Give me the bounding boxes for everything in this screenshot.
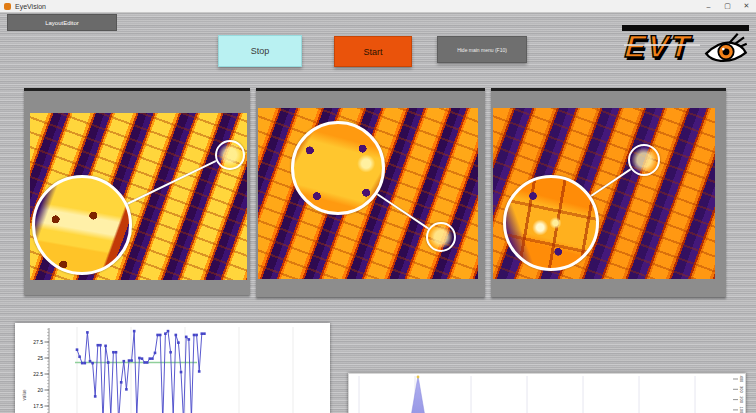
evt-logo-text: EVT xyxy=(624,29,693,65)
minimize-button[interactable]: – xyxy=(699,0,718,12)
value-line-chart: 27.52522.52017.5value xyxy=(15,323,330,413)
histogram-chart: 400300200100 xyxy=(349,374,745,413)
svg-text:27.5: 27.5 xyxy=(33,339,43,345)
stop-button[interactable]: Stop xyxy=(218,35,302,67)
camera-panel-1 xyxy=(24,88,250,295)
hide-main-menu-button[interactable]: Hide main menu (F10) xyxy=(437,36,527,63)
thermal-image-3[interactable] xyxy=(493,108,715,279)
magnifier-annotation-small xyxy=(628,144,660,176)
layout-editor-button[interactable]: LayoutEditor xyxy=(7,14,117,31)
magnifier-annotation-large xyxy=(32,175,132,275)
magnifier-annotation-small xyxy=(215,140,245,170)
eyevision-window: { "window": { "title": "EyeVision", "con… xyxy=(0,0,756,413)
svg-text:17.5: 17.5 xyxy=(33,403,43,409)
svg-text:100: 100 xyxy=(739,407,744,413)
logo-strike-line xyxy=(624,44,700,46)
thermal-image-2[interactable] xyxy=(258,108,478,279)
svg-text:value: value xyxy=(22,389,27,400)
thermal-image-1[interactable] xyxy=(30,113,247,280)
camera-panel-2 xyxy=(256,88,485,297)
svg-text:25: 25 xyxy=(37,355,43,361)
magnifier-annotation-large xyxy=(503,175,599,271)
window-title: EyeVision xyxy=(15,3,46,10)
evt-logo: EVT xyxy=(622,25,749,68)
eye-icon xyxy=(703,32,749,68)
magnifier-annotation-large xyxy=(291,121,385,215)
svg-text:20: 20 xyxy=(37,387,43,393)
window-controls: – ▢ ✕ xyxy=(699,0,756,12)
svg-text:22.5: 22.5 xyxy=(33,371,43,377)
svg-text:200: 200 xyxy=(739,396,744,403)
maximize-button[interactable]: ▢ xyxy=(718,0,737,12)
histogram-chart-panel: 400300200100 xyxy=(348,373,746,413)
magnifier-annotation-small xyxy=(426,222,456,252)
close-button[interactable]: ✕ xyxy=(737,0,756,12)
svg-text:400: 400 xyxy=(739,376,744,383)
value-line-chart-panel: 27.52522.52017.5value xyxy=(15,323,330,413)
camera-panel-3 xyxy=(491,88,726,297)
titlebar: EyeVision – ▢ ✕ xyxy=(0,0,756,13)
app-icon xyxy=(4,3,11,10)
svg-text:300: 300 xyxy=(739,386,744,393)
start-button[interactable]: Start xyxy=(334,36,412,67)
